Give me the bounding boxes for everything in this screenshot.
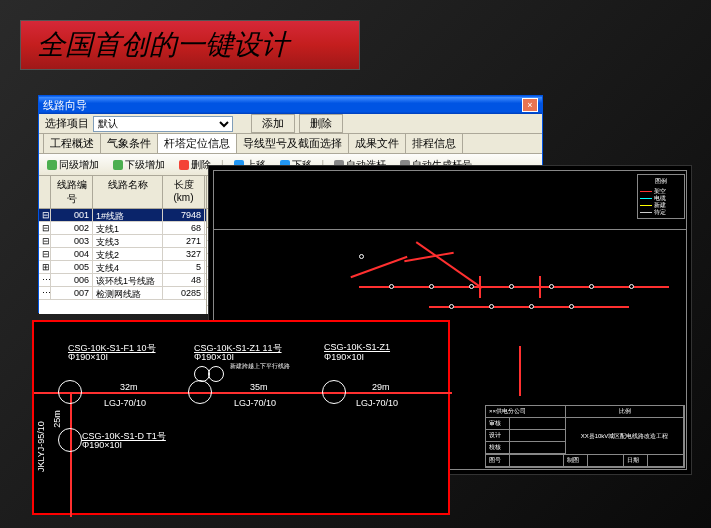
project-select[interactable]: 默认 xyxy=(93,116,233,132)
legend: 图例 架空 电缆 新建 待定 xyxy=(637,174,685,219)
child-add-button[interactable]: 下级增加 xyxy=(109,156,169,174)
title-text: 全国首创的一键设计 xyxy=(37,26,289,64)
tree-toggle-icon[interactable]: ⊟ xyxy=(39,248,51,260)
title-block: ××供电分公司比例 审核 设计 校核 XX县10kV城区配电线路改造工程 图号 … xyxy=(485,405,685,468)
delete-button[interactable]: 删除 xyxy=(299,114,343,133)
plus-icon xyxy=(47,160,57,170)
minus-icon xyxy=(179,160,189,170)
tree-toggle-icon[interactable]: ⊞ xyxy=(39,261,51,273)
title-banner: 全国首创的一键设计 xyxy=(20,20,360,70)
table-row[interactable]: ⊟0011#线路7948 xyxy=(39,209,206,222)
table-row[interactable]: ⊟004支线2327 xyxy=(39,248,206,261)
tree-toggle-icon[interactable]: ⊟ xyxy=(39,222,51,234)
tab-results[interactable]: 成果文件 xyxy=(348,133,406,153)
table-row[interactable]: ⊟003支线3271 xyxy=(39,235,206,248)
table-row[interactable]: ⋯006该环线1号线路48 xyxy=(39,274,206,287)
table-row[interactable]: ⊟002支线168 xyxy=(39,222,206,235)
tree-toggle-icon[interactable]: ⋯ xyxy=(39,287,51,299)
table-row[interactable]: ⋯007检测网线路0285 xyxy=(39,287,206,300)
zoom-detail: CSG-10K-S1-F1 10号 Φ190×10I CSG-10K-S1-Z1… xyxy=(32,320,450,515)
tab-overview[interactable]: 工程概述 xyxy=(43,133,101,153)
option-row: 选择项目 默认 添加 删除 xyxy=(39,114,542,134)
tab-schedule[interactable]: 排程信息 xyxy=(405,133,463,153)
titlebar: 线路向导 × xyxy=(39,96,542,114)
tab-bar: 工程概述 气象条件 杆塔定位信息 导线型号及截面选择 成果文件 排程信息 xyxy=(39,134,542,154)
col-length: 长度(km) xyxy=(163,176,205,208)
tree-toggle-icon[interactable]: ⊟ xyxy=(39,209,51,221)
routes-grid[interactable]: 线路编号 线路名称 长度(km) ⊟0011#线路7948⊟002支线168⊟0… xyxy=(39,176,207,314)
close-icon[interactable]: × xyxy=(522,98,538,112)
tab-wire-type[interactable]: 导线型号及截面选择 xyxy=(236,133,349,153)
tree-toggle-icon[interactable]: ⋯ xyxy=(39,274,51,286)
window-title: 线路向导 xyxy=(43,98,522,113)
tab-tower-pos[interactable]: 杆塔定位信息 xyxy=(157,133,237,153)
table-row[interactable]: ⊞005支线45 xyxy=(39,261,206,274)
tab-weather[interactable]: 气象条件 xyxy=(100,133,158,153)
project-label: 选择项目 xyxy=(45,116,89,131)
sibling-add-button[interactable]: 同级增加 xyxy=(43,156,103,174)
tree-toggle-icon[interactable]: ⊟ xyxy=(39,235,51,247)
add-button[interactable]: 添加 xyxy=(251,114,295,133)
col-route-id: 线路编号 xyxy=(51,176,93,208)
col-route-name: 线路名称 xyxy=(93,176,163,208)
plus-icon xyxy=(113,160,123,170)
